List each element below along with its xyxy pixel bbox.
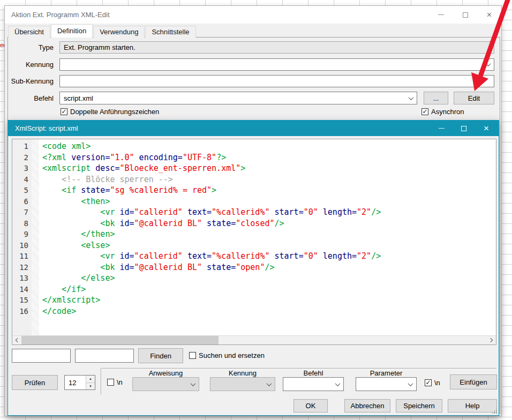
kennung-combobox[interactable] xyxy=(59,58,494,71)
code-line: <!-- Blöcke sperren --> xyxy=(42,174,496,185)
maximize-button[interactable] xyxy=(453,6,477,24)
close-icon: × xyxy=(487,10,492,19)
code-line: <vr id="callerid" text="%callerid%" star… xyxy=(42,251,496,262)
gutter-divider xyxy=(32,139,39,335)
newline-label-right: \n xyxy=(434,379,440,387)
sub-kennung-input[interactable] xyxy=(59,75,494,87)
minimize-button[interactable] xyxy=(430,121,453,136)
code-line: </else> xyxy=(42,273,496,284)
code-line: <xmlscript desc="Bloecke_ent-sperren.xml… xyxy=(42,163,496,174)
line-number: 12 xyxy=(12,262,28,273)
chevron-down-icon[interactable] xyxy=(406,93,416,103)
scrollbar-thumb[interactable] xyxy=(21,336,219,344)
line-number: 2 xyxy=(12,152,28,163)
code-line: <vr id="callerid" text="%callerid%" star… xyxy=(42,207,496,218)
minimize-icon xyxy=(439,128,445,129)
code-line: <code xml> xyxy=(42,141,496,152)
xml-code-editor: 12345678910111213141516 <code xml><?xml … xyxy=(12,139,496,345)
asynchron-label: Asynchron xyxy=(431,108,464,116)
xmlscript-window-controls: × xyxy=(430,121,498,136)
line-number: 7 xyxy=(12,207,28,218)
line-number: 11 xyxy=(12,251,28,262)
line-number: 9 xyxy=(12,229,28,240)
line-number: 14 xyxy=(12,284,28,295)
maximize-icon xyxy=(461,126,466,131)
ok-button[interactable]: OK xyxy=(293,399,328,412)
code-line: <?xml version="1.0" encoding="UTF-8"?> xyxy=(42,152,496,163)
chevron-left-icon xyxy=(16,338,20,342)
spinner-value: 12 xyxy=(65,376,86,389)
chevron-down-icon[interactable] xyxy=(264,379,274,389)
code-area[interactable]: <code xml><?xml version="1.0" encoding="… xyxy=(39,139,496,335)
line-number: 6 xyxy=(12,196,28,207)
einfuegen-button[interactable]: Einfügen xyxy=(450,374,497,389)
spinner-up-button[interactable]: ▲ xyxy=(86,376,95,382)
line-number: 4 xyxy=(12,174,28,185)
befehl-dropdown[interactable] xyxy=(283,377,344,391)
kennung-label: Kennung xyxy=(10,61,54,69)
edit-button[interactable]: Edit xyxy=(454,92,494,104)
newline-label-left: \n xyxy=(117,378,123,386)
scroll-right-button[interactable] xyxy=(487,336,496,344)
xmlscript-titlebar[interactable]: XmlScript: script.xml × xyxy=(8,121,499,136)
line-number: 13 xyxy=(12,273,28,284)
chevron-down-icon[interactable] xyxy=(405,379,415,389)
line-number: 10 xyxy=(12,240,28,251)
finden-button[interactable]: Finden xyxy=(138,348,183,363)
xmlscript-window: XmlScript: script.xml × 1234567891011121… xyxy=(7,120,499,416)
newline-checkbox-left[interactable] xyxy=(107,379,114,386)
minimize-button[interactable] xyxy=(429,6,453,24)
tab-verwendung[interactable]: Verwendung xyxy=(93,26,145,38)
chevron-down-icon[interactable] xyxy=(483,60,493,69)
parameter-dropdown-label: Parameter xyxy=(356,369,417,378)
doppelte-anfuehrungszeichen-checkbox[interactable] xyxy=(61,108,67,115)
maximize-icon xyxy=(463,12,468,18)
kennung-dropdown-label: Kennung xyxy=(210,369,275,378)
abbrechen-button[interactable]: Abbrechen xyxy=(344,399,390,412)
find-input[interactable] xyxy=(12,349,71,363)
help-button[interactable]: Help xyxy=(448,399,497,412)
speichern-button[interactable]: Speichern xyxy=(396,399,442,412)
browse-button[interactable]: ... xyxy=(424,92,448,104)
tab-bar: ÜbersichtDefinitionVerwendungSchnittstel… xyxy=(8,25,197,38)
line-number: 16 xyxy=(12,306,28,317)
line-number: 3 xyxy=(12,163,28,174)
asynchron-checkbox[interactable] xyxy=(421,108,428,115)
parameter-dropdown[interactable] xyxy=(356,377,417,391)
anweisung-dropdown[interactable] xyxy=(132,377,199,391)
line-number-gutter: 12345678910111213141516 xyxy=(12,139,32,335)
maximize-button[interactable] xyxy=(453,121,475,136)
chevron-down-icon[interactable] xyxy=(333,379,342,389)
window-controls: × xyxy=(429,6,501,24)
suchen-und-ersetzen-checkbox[interactable] xyxy=(189,352,196,359)
group-divider-vertical xyxy=(101,368,102,395)
kennung-dropdown[interactable] xyxy=(210,377,275,391)
code-line: </xmlscript> xyxy=(42,295,496,306)
befehl-value: script.xml xyxy=(64,94,93,102)
scroll-left-button[interactable] xyxy=(12,336,21,344)
befehl-combobox[interactable]: script.xml xyxy=(59,92,417,104)
tab-definition[interactable]: Definition xyxy=(51,24,93,38)
main-dialog-title: Aktion Ext. Programm XML-Edit xyxy=(11,6,110,24)
code-line: </then> xyxy=(42,229,496,240)
befehl-label: Befehl xyxy=(10,94,54,102)
close-button[interactable]: × xyxy=(475,121,498,136)
chevron-down-icon[interactable] xyxy=(188,379,198,389)
line-number: 5 xyxy=(12,185,28,196)
tab-schnittstelle[interactable]: Schnittstelle xyxy=(145,26,195,38)
tab-übersicht[interactable]: Übersicht xyxy=(8,26,50,38)
chevron-right-icon xyxy=(488,338,493,342)
pruefen-button[interactable]: Prüfen xyxy=(12,375,58,390)
code-line: </if> xyxy=(42,284,496,295)
xmlscript-title: XmlScript: script.xml xyxy=(15,121,78,136)
spinner-down-button[interactable]: ▼ xyxy=(86,382,95,390)
line-number-spinner[interactable]: 12 ▲ ▼ xyxy=(64,375,95,390)
close-button[interactable]: × xyxy=(477,6,501,24)
replace-input[interactable] xyxy=(75,349,134,363)
main-dialog-titlebar[interactable]: Aktion Ext. Programm XML-Edit × xyxy=(5,6,501,24)
close-icon: × xyxy=(484,124,489,133)
horizontal-scrollbar xyxy=(12,335,496,344)
newline-checkbox-right[interactable] xyxy=(425,379,432,386)
code-line: <bk id="@callerid BL" state="open"/> xyxy=(42,262,496,273)
type-field: Ext. Programm starten. xyxy=(59,41,494,54)
